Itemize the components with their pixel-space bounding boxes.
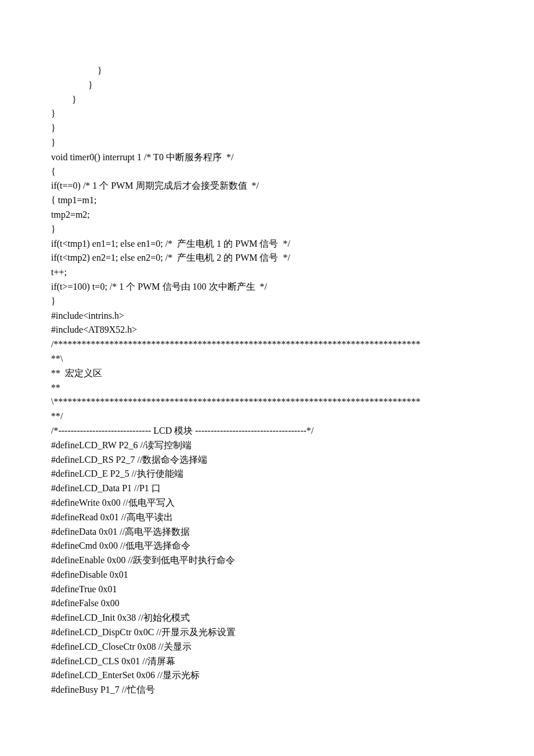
code-line: if(t==0) /* 1 个 PWM 周期完成后才会接受新数值 */: [51, 179, 483, 193]
code-line: if(t>=100) t=0; /* 1 个 PWM 信号由 100 次中断产生…: [51, 280, 483, 294]
code-line: #defineLCD_RW P2_6 //读写控制端: [51, 438, 483, 453]
code-line: /*------------------------------ LCD 模块 …: [51, 424, 483, 438]
code-line: #defineLCD_E P2_5 //执行使能端: [51, 467, 483, 481]
code-line: }: [51, 107, 483, 121]
code-line: #defineEnable 0x00 //跃变到低电平时执行命令: [51, 553, 483, 568]
code-line: #defineCmd 0x00 //低电平选择命令: [51, 539, 483, 553]
code-line: #include<intrins.h>: [51, 309, 483, 323]
code-line: #defineLCD_CloseCtr 0x08 //关显示: [51, 640, 483, 654]
code-line: **/: [51, 409, 483, 424]
code-line: { tmp1=m1;: [51, 193, 483, 208]
code-line: #defineLCD_Init 0x38 //初始化模式: [51, 611, 483, 625]
code-line: ** 宏定义区: [51, 366, 483, 381]
code-line: }: [51, 136, 483, 150]
code-line: t++;: [51, 265, 483, 280]
code-line: **: [51, 381, 483, 395]
code-line: #defineData 0x01 //高电平选择数据: [51, 525, 483, 539]
code-line: }: [51, 294, 483, 309]
code-line: #defineDisable 0x01: [51, 568, 483, 582]
code-line: #include<AT89X52.h>: [51, 323, 483, 337]
code-line: }: [51, 121, 483, 136]
code-line: \***************************************…: [51, 395, 483, 409]
code-line: #defineLCD_DispCtr 0x0C //开显示及光标设置: [51, 625, 483, 640]
code-line: #defineBusy P1_7 //忙信号: [51, 683, 483, 697]
code-line: }: [51, 222, 483, 237]
code-line: }: [51, 93, 483, 107]
code-line: #defineLCD_CLS 0x01 //清屏幕: [51, 654, 483, 669]
document-page: } } } } } } void timer0() interrupt 1 /*…: [0, 0, 534, 756]
code-line: #defineWrite 0x00 //低电平写入: [51, 496, 483, 510]
code-line: #defineLCD_Data P1 //P1 口: [51, 481, 483, 496]
code-line: }: [51, 64, 483, 78]
code-line: tmp2=m2;: [51, 208, 483, 222]
code-line: **\: [51, 352, 483, 366]
code-line: if(t<tmp2) en2=1; else en2=0; /* 产生电机 2 …: [51, 251, 483, 265]
code-line: #defineLCD_EnterSet 0x06 //显示光标: [51, 668, 483, 683]
code-line: #defineTrue 0x01: [51, 582, 483, 597]
code-line: {: [51, 165, 483, 179]
code-line: }: [51, 78, 483, 93]
code-line: /***************************************…: [51, 337, 483, 352]
code-line: void timer0() interrupt 1 /* T0 中断服务程序 *…: [51, 150, 483, 165]
code-line: #defineFalse 0x00: [51, 596, 483, 611]
code-line: if(t<tmp1) en1=1; else en1=0; /* 产生电机 1 …: [51, 237, 483, 251]
code-line: #defineLCD_RS P2_7 //数据命令选择端: [51, 453, 483, 467]
code-line: #defineRead 0x01 //高电平读出: [51, 510, 483, 525]
